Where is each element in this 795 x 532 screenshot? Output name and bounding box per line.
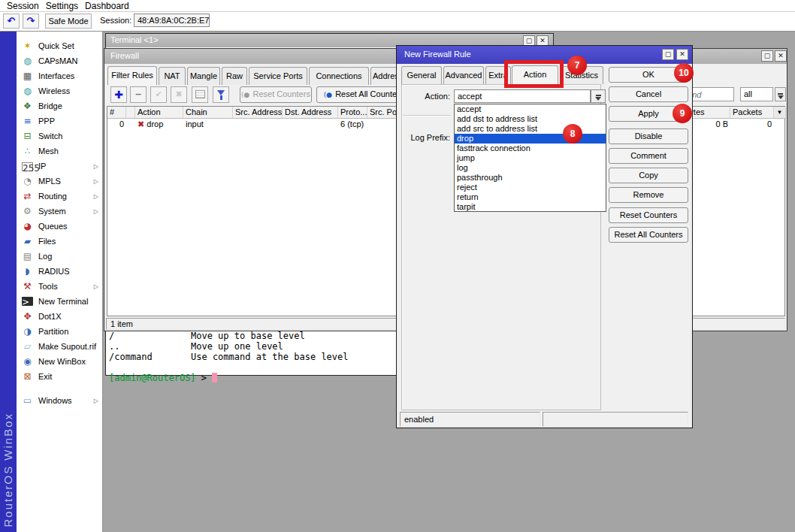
sidebar-item-capsman[interactable]: ◍CAPsMAN [17, 53, 102, 68]
menu-settings[interactable]: Settings [46, 1, 78, 11]
sidebar-item-tools[interactable]: ⚒Tools▷ [17, 279, 102, 294]
sidebar-item-label: Queues [38, 222, 68, 231]
sidebar-item-new-terminal[interactable]: >_New Terminal [17, 294, 102, 309]
firewall-tab-filter-rules[interactable]: Filter Rules [107, 66, 157, 85]
column-header-Chain[interactable]: Chain [183, 107, 233, 119]
cancel-button[interactable]: Cancel [609, 86, 688, 102]
system-icon: ⚙ [22, 206, 33, 216]
sidebar-item-new-winbox[interactable]: ◉New WinBox [17, 354, 102, 369]
dropdown-option-accept[interactable]: accept [455, 104, 606, 114]
menu-dashboard[interactable]: Dashboard [85, 1, 129, 11]
sidebar-item-routing[interactable]: ⇄Routing▷ [17, 189, 102, 204]
sidebar-item-files[interactable]: ▰Files [17, 234, 102, 249]
sidebar-item-make-supout-rif[interactable]: ▱Make Supout.rif [17, 339, 102, 354]
redo-button[interactable]: ↷ [23, 14, 39, 29]
firewall-tab-mangle[interactable]: Mangle [187, 67, 220, 85]
dialog-tab-general[interactable]: General [401, 66, 442, 84]
disable-button[interactable]: Disable [609, 128, 688, 144]
sidebar-item-mesh[interactable]: ∴Mesh [17, 144, 102, 159]
filter-button[interactable] [213, 86, 229, 103]
firewall-title: Firewall [110, 51, 139, 60]
sidebar-item-wireless[interactable]: ◍Wireless [17, 83, 102, 98]
dropdown-option-jump[interactable]: jump [455, 153, 606, 163]
reset-counters-button[interactable]: Reset Counters [609, 207, 688, 223]
undo-icon: ↶ [8, 15, 16, 26]
dialog-tab-advanced[interactable]: Advanced [443, 66, 484, 84]
column-header-Dst. Address[interactable]: Dst. Address [283, 107, 338, 119]
dropdown-option-add-dst-to-address-list[interactable]: add dst to address list [455, 114, 606, 124]
quick-set-icon: ✶ [22, 41, 33, 51]
remove-rule-button[interactable]: − [130, 86, 147, 103]
cell-number[interactable]: 0 [107, 119, 126, 129]
copy-button[interactable]: Copy [609, 168, 688, 183]
reset-all-counters-button[interactable]: Reset All Counters [609, 227, 688, 243]
sidebar-item-ppp[interactable]: ≡PPP [17, 113, 102, 128]
firewall-maximize-button[interactable]: ▢ [761, 50, 773, 62]
column-header-Action[interactable]: Action [135, 107, 183, 119]
dropdown-option-add-src-to-address-list[interactable]: add src to address list [455, 124, 606, 134]
cell-action[interactable]: ✖ drop [135, 119, 183, 129]
sidebar-item-ip[interactable]: 255IP▷ [17, 159, 102, 174]
column-header-#[interactable]: # [107, 107, 126, 119]
sidebar-item-exit[interactable]: ⊠Exit [17, 369, 102, 384]
submenu-arrow-icon: ▷ [94, 208, 98, 215]
undo-button[interactable]: ↶ [3, 14, 20, 29]
column-header-Proto...[interactable]: Proto... [338, 107, 367, 119]
separator [403, 115, 451, 116]
firewall-close-button[interactable]: ✕ [775, 50, 787, 62]
sidebar-item-queues[interactable]: ◕Queues [17, 219, 102, 234]
remove-button[interactable]: Remove [609, 187, 688, 203]
sidebar-item-bridge[interactable]: ❖Bridge [17, 98, 102, 113]
firewall-tab-service-ports[interactable]: Service Ports [249, 67, 307, 85]
sidebar-item-label: Windows [38, 396, 72, 405]
column-header-packets[interactable]: Packets [730, 107, 774, 119]
firewall-tab-nat[interactable]: NAT [159, 67, 186, 85]
find-scope-select[interactable]: all [740, 87, 773, 101]
action-dropdown-button[interactable] [591, 89, 606, 103]
enable-rule-button[interactable]: ✔ [150, 86, 167, 103]
comment-rule-button[interactable] [192, 86, 208, 103]
sidebar-item-partition[interactable]: ◑Partition [17, 324, 102, 339]
sidebar-item-quick-set[interactable]: ✶Quick Set [17, 38, 102, 53]
menu-session[interactable]: Session [7, 1, 39, 11]
sidebar-item-log[interactable]: ▤Log [17, 249, 102, 264]
sidebar-item-label: Switch [38, 131, 62, 141]
find-scope-dropdown-button[interactable] [775, 87, 786, 101]
sidebar-item-label: Dot1X [38, 312, 62, 321]
sidebar-item-mpls[interactable]: ◔MPLS▷ [17, 174, 102, 189]
cell-packets[interactable]: 0 [730, 119, 774, 129]
terminal-cursor [212, 373, 217, 382]
dropdown-option-log[interactable]: log [455, 163, 606, 173]
cell-chain[interactable]: input [183, 119, 233, 129]
session-id-field[interactable]: 48:A9:8A:0C:2B:E7 [134, 14, 210, 27]
comment-button[interactable]: Comment [609, 148, 688, 164]
dropdown-option-passthrough[interactable]: passthrough [455, 173, 606, 183]
sidebar-item-dot1x[interactable]: ✥Dot1X [17, 309, 102, 324]
submenu-arrow-icon: ▷ [94, 397, 98, 404]
dialog-maximize-button[interactable]: ▢ [662, 49, 674, 60]
dropdown-option-reject[interactable]: reject [455, 183, 606, 192]
sidebar-item-radius[interactable]: ◗RADIUS [17, 264, 102, 279]
firewall-tab-raw[interactable]: Raw [222, 67, 247, 85]
dropdown-option-tarpit[interactable]: tarpit [455, 202, 606, 212]
dropdown-option-return[interactable]: return [455, 192, 606, 202]
cell-protocol[interactable]: 6 (tcp) [338, 119, 367, 129]
dropdown-option-drop[interactable]: drop [455, 134, 606, 144]
safe-mode-button[interactable]: Safe Mode [45, 14, 92, 29]
sidebar-item-interfaces[interactable]: ▦Interfaces [17, 68, 102, 83]
action-combobox[interactable]: accept [454, 89, 591, 103]
dropdown-option-fasttrack-connection[interactable]: fasttrack connection [455, 144, 606, 153]
disable-rule-button[interactable]: ✖ [171, 86, 187, 103]
add-rule-button[interactable]: ✚ [110, 86, 127, 103]
column-chooser-button[interactable]: ▼ [774, 107, 786, 119]
sidebar-item-label: Tools [38, 282, 58, 291]
sidebar-item-switch[interactable]: ⊟Switch [17, 128, 102, 144]
sidebar-item-system[interactable]: ⚙System▷ [17, 204, 102, 219]
reset-counters-button[interactable]: (●Reset Counters [240, 86, 312, 103]
mpls-icon: ◔ [22, 176, 33, 186]
dialog-close-button[interactable]: ✕ [676, 49, 688, 60]
sidebar-item-windows[interactable]: ▭Windows▷ [17, 393, 102, 408]
column-header-Src. Address[interactable]: Src. Address [233, 107, 283, 119]
firewall-tab-connections[interactable]: Connections [309, 67, 369, 85]
column-header-state[interactable] [126, 107, 135, 119]
